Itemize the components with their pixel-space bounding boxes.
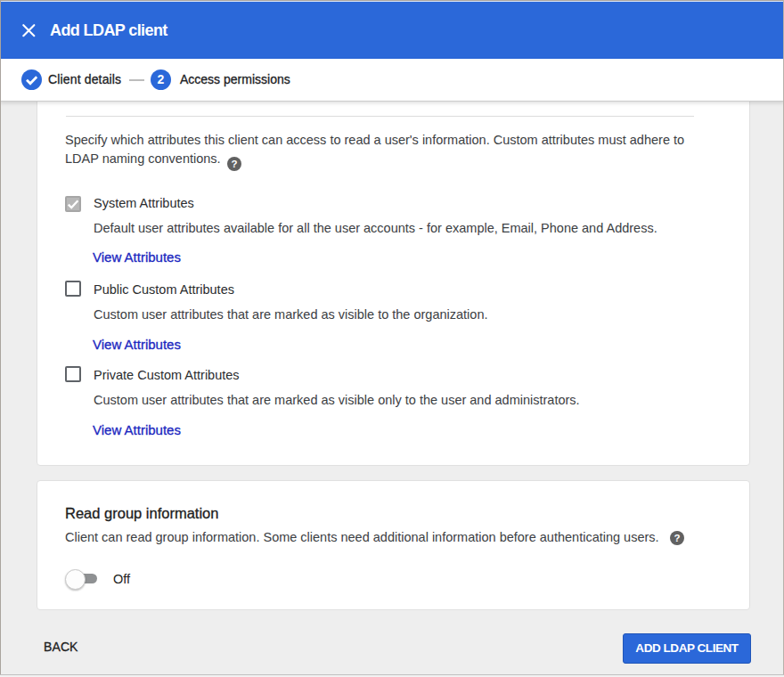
- svg-text:?: ?: [231, 159, 237, 169]
- svg-text:?: ?: [674, 533, 680, 543]
